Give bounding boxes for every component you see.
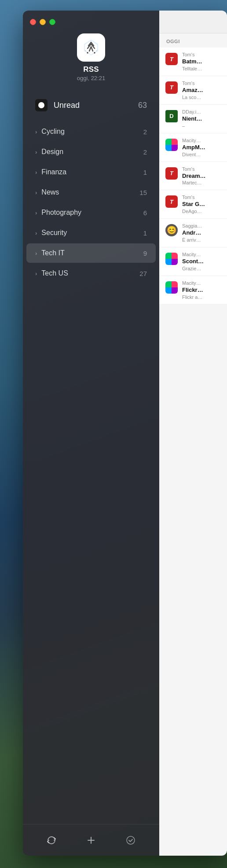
feed-title-1: Amaz…: [182, 87, 221, 94]
feed-item-0[interactable]: T Tom's Batm… Telltale…: [159, 48, 227, 76]
unread-label: Unread: [54, 101, 138, 110]
feed-title-6: Andr…: [182, 229, 221, 237]
sidebar: RSS oggi, 22:21 Unread 63 › Cycling 2 › …: [23, 11, 159, 856]
add-button[interactable]: [81, 831, 101, 850]
chevron-icon-design: ›: [35, 149, 37, 155]
app-logo-svg: [81, 38, 101, 57]
feed-item-4[interactable]: T Tom's Dream… Martec…: [159, 162, 227, 191]
feed-source-1: Tom's: [182, 81, 221, 86]
feed-icon-2: D: [165, 110, 178, 122]
nav-item-news[interactable]: › News 15: [26, 183, 156, 202]
feed-subtitle-6: È arriv…: [182, 237, 221, 243]
nav-item-cycling[interactable]: › Cycling 2: [26, 122, 156, 141]
feed-text-0: Tom's Batm… Telltale…: [182, 52, 221, 71]
feed-item-1[interactable]: T Tom's Amaz… La sco…: [159, 76, 227, 105]
feed-text-3: Macity… AmpM… Divent…: [182, 138, 221, 157]
feed-subtitle-3: Divent…: [182, 152, 221, 157]
nav-item-design[interactable]: › Design 2: [26, 142, 156, 162]
sidebar-bottom-toolbar: [23, 824, 159, 856]
close-button[interactable]: [30, 19, 36, 25]
nav-item-security[interactable]: › Security 1: [26, 223, 156, 243]
sidebar-navigation: Unread 63 › Cycling 2 › Design 2 › Finan…: [23, 88, 159, 824]
app-subtitle: oggi, 22:21: [77, 75, 105, 81]
tech-us-count: 27: [139, 270, 147, 277]
feed-title-7: Scont…: [182, 258, 221, 265]
unread-count: 63: [138, 101, 147, 110]
cycling-count: 2: [143, 128, 147, 136]
security-count: 1: [143, 229, 147, 237]
tech-it-count: 9: [143, 250, 147, 257]
minimize-button[interactable]: [40, 19, 46, 25]
feed-title-0: Batm…: [182, 58, 221, 66]
nav-item-tech-it[interactable]: › Tech IT 9: [26, 243, 156, 263]
feed-source-5: Tom's: [182, 195, 221, 200]
feed-icon-0: T: [165, 53, 178, 65]
feed-text-7: Macity… Scont… Grazie…: [182, 252, 221, 271]
feed-item-8[interactable]: Macity… Flickr… Flickr a…: [159, 276, 227, 305]
app-name: RSS: [83, 65, 99, 74]
feed-title-3: AmpM…: [182, 144, 221, 151]
feed-title-5: Star G…: [182, 201, 221, 208]
tech-us-label: Tech US: [41, 269, 139, 277]
feed-text-6: Saggia… Andr… È arriv…: [182, 223, 221, 243]
feed-source-8: Macity…: [182, 280, 221, 286]
feed-text-4: Tom's Dream… Martec…: [182, 166, 221, 186]
feed-subtitle-1: La sco…: [182, 95, 221, 100]
security-label: Security: [41, 229, 143, 237]
chevron-icon-finanza: ›: [35, 169, 37, 176]
tech-it-label: Tech IT: [41, 249, 143, 257]
nav-item-photography[interactable]: › Photography 6: [26, 203, 156, 222]
feed-icon-7: [165, 253, 178, 265]
check-button[interactable]: [121, 831, 140, 850]
design-label: Design: [41, 148, 143, 156]
feed-item-2[interactable]: D DDay.i… Nient… –: [159, 105, 227, 133]
chevron-icon-photography: ›: [35, 210, 37, 216]
refresh-button[interactable]: [42, 831, 61, 850]
maximize-button[interactable]: [49, 19, 55, 25]
feed-source-4: Tom's: [182, 166, 221, 172]
feed-subtitle-2: –: [182, 123, 221, 129]
feed-item-7[interactable]: Macity… Scont… Grazie…: [159, 247, 227, 276]
titlebar: [23, 11, 159, 33]
news-count: 15: [139, 189, 147, 196]
design-count: 2: [143, 148, 147, 156]
photography-count: 6: [143, 209, 147, 217]
cycling-label: Cycling: [41, 128, 143, 136]
chevron-icon-news: ›: [35, 189, 37, 196]
chevron-icon-security: ›: [35, 230, 37, 236]
feed-subtitle-7: Grazie…: [182, 266, 221, 271]
feed-text-5: Tom's Star G… DeAgo…: [182, 195, 221, 214]
unread-icon: [35, 99, 48, 111]
feed-source-0: Tom's: [182, 52, 221, 57]
feed-item-5[interactable]: T Tom's Star G… DeAgo…: [159, 190, 227, 219]
feed-source-2: DDay.i…: [182, 109, 221, 114]
feed-source-7: Macity…: [182, 252, 221, 257]
feed-text-2: DDay.i… Nient… –: [182, 109, 221, 129]
feed-subtitle-0: Telltale…: [182, 66, 221, 71]
svg-point-2: [127, 836, 135, 844]
chevron-icon-tech-it: ›: [35, 250, 37, 257]
finanza-label: Finanza: [41, 168, 143, 176]
feed-title-4: Dream…: [182, 173, 221, 180]
feed-icon-8: [165, 281, 178, 294]
feed-subtitle-4: Martec…: [182, 180, 221, 185]
app-window: RSS oggi, 22:21 Unread 63 › Cycling 2 › …: [23, 11, 227, 856]
chevron-icon-tech-us: ›: [35, 270, 37, 277]
feed-source-3: Macity…: [182, 138, 221, 143]
news-label: News: [41, 188, 139, 196]
feed-item-3[interactable]: Macity… AmpM… Divent…: [159, 133, 227, 162]
nav-item-finanza[interactable]: › Finanza 1: [26, 162, 156, 182]
photography-label: Photography: [41, 209, 143, 217]
content-titlebar: [159, 11, 227, 33]
feed-icon-3: [165, 139, 178, 151]
feed-subtitle-8: Flickr a…: [182, 294, 221, 300]
finanza-count: 1: [143, 169, 147, 176]
chevron-icon-cycling: ›: [35, 129, 37, 135]
feed-title-8: Flickr…: [182, 287, 221, 294]
nav-item-tech-us[interactable]: › Tech US 27: [26, 264, 156, 283]
feed-subtitle-5: DeAgo…: [182, 209, 221, 214]
feed-text-8: Macity… Flickr… Flickr a…: [182, 280, 221, 300]
nav-item-unread[interactable]: Unread 63: [26, 92, 156, 118]
feed-icon-1: T: [165, 81, 178, 94]
feed-item-6[interactable]: 😊 Saggia… Andr… È arriv…: [159, 219, 227, 247]
